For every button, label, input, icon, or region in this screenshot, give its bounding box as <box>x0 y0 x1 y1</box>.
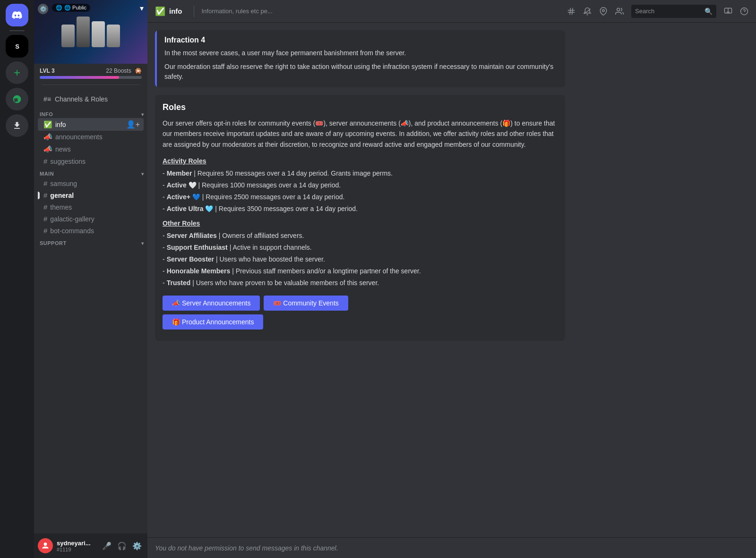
user-info: sydneyari... #1119 <box>57 540 96 552</box>
server-settings-icon[interactable]: ⚙️ <box>38 4 48 14</box>
role-support-enthusiast: - Support Enthusiast | Active in support… <box>163 243 558 253</box>
role-server-booster: - Server Booster | Users who have booste… <box>163 254 558 264</box>
channel-label-galactic-gallery: galactic-gallery <box>50 215 94 223</box>
channel-icon-announcements: 📣 <box>43 133 52 141</box>
server-announcements-button[interactable]: 📣 Server Announcements <box>163 296 260 311</box>
other-roles-title: Other Roles <box>163 220 558 227</box>
channels-roles-label: Channels & Roles <box>55 95 108 103</box>
boost-bar: LVL 3 22 Boosts 🎇 <box>34 64 147 81</box>
role-member: - Member | Requires 50 messages over a 1… <box>163 169 558 178</box>
infraction-text: In the most severe cases, a user may fac… <box>164 48 558 58</box>
channel-icon-suggestions: # <box>43 157 47 165</box>
channel-themes[interactable]: # themes <box>38 201 144 213</box>
add-member-icon[interactable]: 👤+ <box>126 120 140 129</box>
notification-icon[interactable] <box>583 7 592 16</box>
section-label-main: MAIN <box>40 171 54 177</box>
public-badge: 🌐🌐 Public <box>52 4 90 12</box>
roles-card: Roles Our server offers opt-in roles for… <box>155 95 565 341</box>
message-area: Infraction 4 In the most severe cases, a… <box>147 30 573 341</box>
channels-roles-button[interactable]: #≡ Channels & Roles <box>38 93 144 106</box>
channel-label-samsung: samsung <box>50 180 77 187</box>
bottom-bar: You do not have permission to send messa… <box>147 537 756 558</box>
infraction-card-body: Infraction 4 In the most severe cases, a… <box>155 30 565 87</box>
mute-button[interactable]: 🎤 <box>100 539 113 552</box>
product-announcements-button[interactable]: 🎁 Product Announcements <box>163 314 263 330</box>
channel-label-themes: themes <box>50 203 72 211</box>
explore-icon[interactable] <box>6 88 28 110</box>
hashtag-icon[interactable] <box>567 7 576 16</box>
sidebar: ⚙️ 🌐🌐 Public ▾ LVL 3 22 Boosts 🎇 <box>34 0 147 558</box>
settings-button[interactable]: ⚙️ <box>130 539 144 552</box>
channel-samsung[interactable]: # samsung <box>38 178 144 189</box>
infraction-title: Infraction 4 <box>164 36 558 44</box>
role-active: - Active 🤍 | Requires 1000 messages over… <box>163 180 558 190</box>
role-honorable-members: - Honorable Members | Previous staff mem… <box>163 266 558 276</box>
svg-point-2 <box>602 9 605 12</box>
channel-suggestions[interactable]: # suggestions <box>38 155 144 167</box>
role-buttons-row1: 📣 Server Announcements 🎟️ Community Even… <box>163 296 558 311</box>
section-info: INFO ▾ ✅ info 👤+ 📣 announcements 📣 news … <box>34 110 147 167</box>
sidebar-divider <box>42 85 140 85</box>
boost-bar-fill <box>40 76 119 79</box>
channel-description: Information, rules etc pe... <box>202 8 564 15</box>
channel-news[interactable]: 📣 news <box>38 143 144 155</box>
role-active-ultra: - Active Ultra 🩵 | Requires 3500 message… <box>163 204 558 214</box>
header-actions: 🔍 <box>567 5 748 18</box>
channel-label-news: news <box>55 145 71 153</box>
channel-label-suggestions: suggestions <box>50 158 86 165</box>
user-bar: sydneyari... #1119 🎤 🎧 ⚙️ <box>34 533 147 558</box>
add-server-button[interactable]: + <box>6 61 28 84</box>
channels-list: #≡ Channels & Roles INFO ▾ ✅ info 👤+ 📣 a… <box>34 89 147 533</box>
user-tag: #1119 <box>57 547 96 552</box>
activity-roles-section: Activity Roles - Member | Requires 50 me… <box>163 157 558 214</box>
discord-home-icon[interactable] <box>6 4 28 26</box>
samsung-server-icon[interactable]: S <box>6 35 28 58</box>
svg-point-3 <box>617 8 620 11</box>
role-buttons-row2: 🎁 Product Announcements <box>163 314 558 330</box>
server-divider <box>9 30 25 31</box>
section-main: MAIN ▾ # samsung # general # themes # ga… <box>34 169 147 237</box>
channel-icon-info: ✅ <box>43 120 52 129</box>
activity-roles-title: Activity Roles <box>163 157 558 165</box>
section-header-info[interactable]: INFO ▾ <box>34 110 147 118</box>
section-label-info: INFO <box>40 111 53 117</box>
deafen-button[interactable]: 🎧 <box>115 539 129 552</box>
channel-info[interactable]: ✅ info 👤+ <box>38 118 144 131</box>
pin-icon[interactable] <box>599 7 608 16</box>
chevron-icon-main: ▾ <box>141 171 144 177</box>
channels-icon: #≡ <box>43 95 51 103</box>
svg-point-0 <box>44 542 47 546</box>
channel-announcements[interactable]: 📣 announcements <box>38 131 144 143</box>
help-icon[interactable] <box>740 7 748 16</box>
server-banner: ⚙️ 🌐🌐 Public ▾ <box>34 0 147 64</box>
roles-intro: Our server offers opt-in roles for commu… <box>163 118 558 150</box>
channel-label-info: info <box>55 121 66 128</box>
community-events-button[interactable]: 🎟️ Community Events <box>264 296 348 311</box>
channel-general[interactable]: # general <box>38 189 144 201</box>
channel-icon-themes: # <box>43 203 47 211</box>
channel-icon-general: # <box>43 191 47 199</box>
section-header-support[interactable]: SUPPORT ▾ <box>34 238 147 247</box>
boost-count: 22 Boosts 🎇 <box>106 68 142 74</box>
section-header-main[interactable]: MAIN ▾ <box>34 169 147 178</box>
channel-header-name: info <box>169 7 182 15</box>
channel-header: ✅ info Information, rules etc pe... 🔍 <box>147 0 756 23</box>
role-trusted: - Trusted | Users who have proven to be … <box>163 278 558 288</box>
channel-bot-commands[interactable]: # bot-commands <box>38 225 144 237</box>
infraction-body: Infraction 4 In the most severe cases, a… <box>157 30 565 87</box>
channel-galactic-gallery[interactable]: # galactic-gallery <box>38 213 144 225</box>
server-banner-image <box>34 0 147 64</box>
search-input[interactable] <box>635 8 701 15</box>
channel-icon-bot-commands: # <box>43 227 47 235</box>
download-icon[interactable] <box>6 114 28 137</box>
channel-label-bot-commands: bot-commands <box>50 227 94 235</box>
members-icon[interactable] <box>615 7 624 16</box>
inbox-icon[interactable] <box>724 7 732 16</box>
section-support: SUPPORT ▾ <box>34 238 147 247</box>
roles-title: Roles <box>163 102 558 112</box>
server-level: LVL 3 <box>40 68 55 74</box>
channel-header-icon: ✅ <box>155 6 165 17</box>
content-area: Infraction 4 In the most severe cases, a… <box>147 23 756 537</box>
server-header-dropdown[interactable]: ▾ <box>140 4 144 13</box>
channel-icon-galactic-gallery: # <box>43 215 47 223</box>
